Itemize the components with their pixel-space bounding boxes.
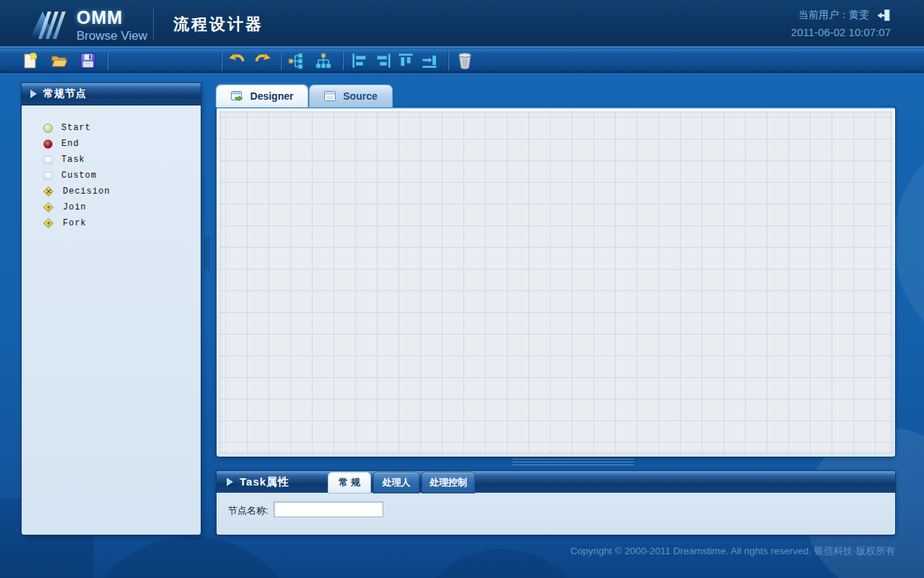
tab-label: 处理控制: [430, 476, 467, 489]
header-divider: [153, 8, 154, 40]
align-left-icon[interactable]: [351, 52, 368, 69]
layout-vertical-tree-icon[interactable]: [315, 52, 332, 69]
node-name-input[interactable]: [274, 501, 383, 517]
palette-item-start[interactable]: Start: [43, 120, 201, 136]
node-label: End: [61, 139, 79, 149]
task-properties-body: 节点名称:: [217, 493, 895, 535]
palette-item-join[interactable]: + Join: [43, 199, 201, 215]
design-canvas[interactable]: [219, 111, 892, 454]
task-properties-title: Task属性: [240, 475, 289, 489]
node-palette-panel: 常规节点 Start End Task Custom ✕ Decision: [22, 83, 201, 535]
palette-item-custom[interactable]: Custom: [43, 168, 201, 184]
node-label: Decision: [63, 186, 110, 197]
copyright-text: Copyright © 2000-2011 Dreamstime. All ri…: [570, 545, 895, 558]
tab-label: Source: [343, 90, 377, 102]
fork-node-icon: +: [43, 218, 54, 229]
horizontal-splitter-grip[interactable]: [513, 459, 634, 465]
tab-label: 常 规: [339, 476, 360, 489]
vertical-splitter-grip[interactable]: [204, 236, 211, 270]
tab-designer[interactable]: Designer: [217, 85, 308, 107]
toolbar-separator: [342, 51, 344, 70]
toolbar-separator: [448, 51, 449, 70]
delete-trash-icon[interactable]: [456, 52, 474, 69]
palette-item-end[interactable]: End: [43, 136, 201, 152]
node-name-label: 节点名称:: [228, 504, 269, 517]
bg-circle: [411, 549, 592, 578]
new-document-icon[interactable]: [22, 52, 39, 69]
arrow-right-icon: [227, 478, 233, 486]
tab-general[interactable]: 常 规: [328, 473, 370, 493]
tab-label: 处理人: [383, 476, 411, 489]
task-properties-panel: Task属性 常 规 处理人 处理控制 节点名称:: [217, 471, 895, 535]
toolbar-separator: [280, 51, 282, 70]
tab-label: Designer: [250, 90, 294, 102]
page-title: 流程设计器: [173, 14, 263, 35]
bg-circle: [79, 536, 303, 578]
current-user-label: 当前用户：黄雯: [798, 9, 869, 22]
logo-title: OMM: [77, 7, 147, 28]
bg-circle: [894, 123, 924, 361]
save-icon[interactable]: [79, 52, 97, 69]
node-label: Start: [61, 123, 91, 133]
task-node-icon: [43, 156, 53, 164]
align-bottom-icon[interactable]: [421, 52, 438, 69]
node-label: Fork: [63, 218, 87, 228]
open-folder-icon[interactable]: [51, 52, 68, 69]
arrow-right-icon: [30, 90, 37, 98]
logo-text: OMM Browse View: [77, 7, 147, 43]
node-palette-title: 常规节点: [43, 87, 87, 100]
omm-logo-icon: [29, 9, 74, 40]
start-node-icon: [43, 124, 53, 133]
canvas-frame: [217, 107, 895, 457]
node-label: Join: [63, 202, 87, 212]
align-top-icon[interactable]: [397, 52, 414, 69]
logo-subtitle: Browse View: [77, 29, 147, 43]
toolbar: [0, 49, 924, 73]
decision-node-icon: ✕: [43, 186, 54, 197]
current-time: 2011-06-02 10:07:07: [791, 26, 891, 38]
tab-handling-control[interactable]: 处理控制: [422, 473, 474, 493]
tab-source[interactable]: Source: [310, 85, 392, 107]
custom-node-icon: [43, 172, 53, 180]
undo-icon[interactable]: [228, 52, 245, 69]
logout-icon[interactable]: [876, 9, 891, 22]
toolbar-separator: [107, 51, 108, 70]
join-node-icon: +: [43, 202, 54, 213]
app-header: OMM Browse View 流程设计器 当前用户：黄雯 2011-06-02…: [0, 0, 924, 48]
app-window: OMM Browse View 流程设计器 当前用户：黄雯 2011-06-02…: [0, 0, 924, 578]
user-block: 当前用户：黄雯 2011-06-02 10:07:07: [791, 9, 891, 38]
palette-item-decision[interactable]: ✕ Decision: [43, 184, 201, 199]
task-properties-header: Task属性 常 规 处理人 处理控制: [217, 471, 895, 493]
tab-handler[interactable]: 处理人: [374, 473, 419, 493]
end-node-icon: [43, 139, 53, 149]
align-right-icon[interactable]: [375, 52, 392, 69]
layout-horizontal-tree-icon[interactable]: [287, 52, 305, 69]
node-palette-header: 常规节点: [22, 83, 201, 105]
node-label: Custom: [61, 171, 97, 181]
node-label: Task: [61, 155, 85, 165]
source-tab-icon: [324, 91, 336, 101]
toolbar-separator: [221, 51, 222, 70]
palette-item-fork[interactable]: + Fork: [43, 215, 201, 231]
designer-tab-icon: [231, 91, 243, 102]
node-list: Start End Task Custom ✕ Decision + Join: [22, 105, 201, 231]
palette-item-task[interactable]: Task: [43, 152, 201, 168]
redo-icon[interactable]: [254, 52, 271, 69]
